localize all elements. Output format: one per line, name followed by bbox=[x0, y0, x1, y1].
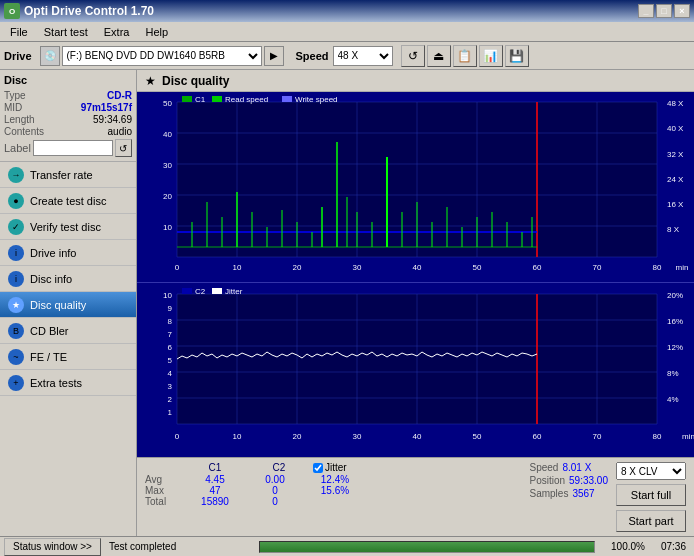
svg-text:10: 10 bbox=[163, 223, 172, 232]
sidebar-item-label: Verify test disc bbox=[30, 221, 101, 233]
sidebar-item-fe-te[interactable]: ~ FE / TE bbox=[0, 344, 136, 370]
samples-label-text: Samples bbox=[529, 488, 568, 499]
disc-mid-key: MID bbox=[4, 102, 22, 113]
sidebar-item-label: Disc info bbox=[30, 273, 72, 285]
toolbar-btn-3[interactable]: 📋 bbox=[453, 45, 477, 67]
time-text: 07:36 bbox=[653, 541, 694, 552]
sidebar-item-verify-test-disc[interactable]: ✓ Verify test disc bbox=[0, 214, 136, 240]
drive-select[interactable]: (F:) BENQ DVD DD DW1640 B5RB bbox=[62, 46, 262, 66]
speed-row: Speed 8.01 X bbox=[529, 462, 608, 473]
content-icon: ★ bbox=[145, 74, 156, 88]
sidebar-item-extra-tests[interactable]: + Extra tests bbox=[0, 370, 136, 396]
header-c1: C1 bbox=[185, 462, 245, 473]
svg-text:8: 8 bbox=[168, 317, 173, 326]
stats-headers-row: C1 C2 Jitter bbox=[145, 462, 529, 473]
svg-text:10: 10 bbox=[233, 432, 242, 441]
svg-text:30: 30 bbox=[353, 432, 362, 441]
sidebar-item-disc-info[interactable]: i Disc info bbox=[0, 266, 136, 292]
close-button[interactable]: × bbox=[674, 4, 690, 18]
sidebar-item-transfer-rate[interactable]: → Transfer rate bbox=[0, 162, 136, 188]
toolbar-btn-1[interactable]: ↺ bbox=[401, 45, 425, 67]
svg-text:6: 6 bbox=[168, 343, 173, 352]
maximize-button[interactable]: □ bbox=[656, 4, 672, 18]
toolbar-btn-4[interactable]: 📊 bbox=[479, 45, 503, 67]
progress-text: 100.0% bbox=[603, 541, 653, 552]
speed-clv-select[interactable]: 8 X CLV bbox=[616, 462, 686, 480]
sidebar-item-create-test-disc[interactable]: ● Create test disc bbox=[0, 188, 136, 214]
minimize-button[interactable]: _ bbox=[638, 4, 654, 18]
disc-contents-val: audio bbox=[108, 126, 132, 137]
svg-text:60: 60 bbox=[533, 263, 542, 272]
toolbar-buttons: ↺ ⏏ 📋 📊 💾 bbox=[401, 45, 529, 67]
sidebar-item-cd-bler[interactable]: B CD Bler bbox=[0, 318, 136, 344]
max-jitter: 15.6% bbox=[305, 485, 365, 496]
svg-text:4: 4 bbox=[168, 369, 173, 378]
svg-text:80: 80 bbox=[653, 432, 662, 441]
svg-text:60: 60 bbox=[533, 432, 542, 441]
menu-extra[interactable]: Extra bbox=[96, 24, 138, 40]
disc-contents-row: Contents audio bbox=[4, 126, 132, 137]
sidebar-item-label: Drive info bbox=[30, 247, 76, 259]
svg-text:3: 3 bbox=[168, 382, 173, 391]
samples-value: 3567 bbox=[572, 488, 594, 499]
disc-quality-icon: ★ bbox=[8, 297, 24, 313]
svg-text:40 X: 40 X bbox=[667, 124, 684, 133]
max-c1: 47 bbox=[185, 485, 245, 496]
start-part-button[interactable]: Start part bbox=[616, 510, 686, 532]
sidebar-item-disc-quality[interactable]: ★ Disc quality bbox=[0, 292, 136, 318]
speed-label: Speed bbox=[296, 50, 329, 62]
toolbar: Drive 💿 (F:) BENQ DVD DD DW1640 B5RB ▶ S… bbox=[0, 42, 694, 70]
svg-text:C1: C1 bbox=[195, 95, 206, 104]
app-icon: O bbox=[4, 3, 20, 19]
app-title: Opti Drive Control 1.70 bbox=[24, 4, 154, 18]
start-full-button[interactable]: Start full bbox=[616, 484, 686, 506]
svg-text:Read speed: Read speed bbox=[225, 95, 268, 104]
drive-arrow-btn[interactable]: ▶ bbox=[264, 46, 284, 66]
total-c2: 0 bbox=[245, 496, 305, 507]
svg-text:min: min bbox=[682, 432, 694, 441]
svg-text:48 X: 48 X bbox=[667, 99, 684, 108]
status-bar: Status window >> Test completed 100.0% 0… bbox=[0, 536, 694, 556]
sidebar-item-label: Transfer rate bbox=[30, 169, 93, 181]
svg-rect-113 bbox=[182, 288, 192, 294]
svg-text:10: 10 bbox=[233, 263, 242, 272]
header-jitter: Jitter bbox=[313, 462, 373, 473]
stats-max-row: Max 47 0 15.6% bbox=[145, 485, 529, 496]
menu-start-test[interactable]: Start test bbox=[36, 24, 96, 40]
menu-help[interactable]: Help bbox=[137, 24, 176, 40]
svg-text:8 X: 8 X bbox=[667, 225, 680, 234]
speed-select[interactable]: 48 X bbox=[333, 46, 393, 66]
drive-info-icon: i bbox=[8, 245, 24, 261]
disc-label-input[interactable] bbox=[33, 140, 113, 156]
disc-mid-row: MID 97m15s17f bbox=[4, 102, 132, 113]
jitter-checkbox[interactable] bbox=[313, 463, 323, 473]
stats-right: Speed 8.01 X Position 59:33.00 Samples 3… bbox=[529, 462, 686, 532]
max-c2: 0 bbox=[245, 485, 305, 496]
disc-length-row: Length 59:34.69 bbox=[4, 114, 132, 125]
disc-section-title: Disc bbox=[4, 74, 132, 86]
toolbar-btn-5[interactable]: 💾 bbox=[505, 45, 529, 67]
disc-type-key: Type bbox=[4, 90, 26, 101]
menu-file[interactable]: File bbox=[2, 24, 36, 40]
avg-label: Avg bbox=[145, 474, 185, 485]
svg-rect-43 bbox=[282, 96, 292, 102]
svg-text:50: 50 bbox=[473, 432, 482, 441]
title-bar-buttons: _ □ × bbox=[638, 4, 690, 18]
svg-text:7: 7 bbox=[168, 330, 173, 339]
svg-text:10: 10 bbox=[163, 291, 172, 300]
sidebar-item-label: Extra tests bbox=[30, 377, 82, 389]
svg-text:30: 30 bbox=[163, 161, 172, 170]
stats-main: C1 C2 Jitter Avg 4.45 0.00 12.4% bbox=[145, 462, 529, 532]
content-title: Disc quality bbox=[162, 74, 229, 88]
svg-text:16%: 16% bbox=[667, 317, 683, 326]
cd-bler-icon: B bbox=[8, 323, 24, 339]
status-window-button[interactable]: Status window >> bbox=[4, 538, 101, 556]
charts-container: 50 40 30 20 10 0 10 20 30 40 50 60 70 80 bbox=[137, 92, 694, 457]
svg-text:40: 40 bbox=[163, 130, 172, 139]
toolbar-btn-2[interactable]: ⏏ bbox=[427, 45, 451, 67]
sidebar-item-drive-info[interactable]: i Drive info bbox=[0, 240, 136, 266]
progress-bar-fill bbox=[260, 542, 594, 552]
progress-bar-container bbox=[259, 541, 595, 553]
disc-label-refresh-btn[interactable]: ↺ bbox=[115, 139, 132, 157]
content-area: ★ Disc quality bbox=[137, 70, 694, 536]
